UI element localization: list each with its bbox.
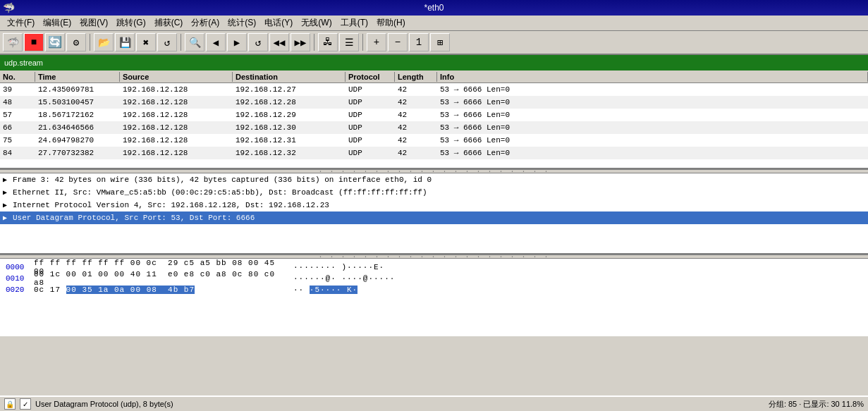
filter-label: udp.stream — [4, 59, 43, 67]
zoom-out-button[interactable]: − — [388, 33, 408, 51]
packet-rows-container: 39 12.435069781 192.168.12.128 192.168.1… — [0, 83, 868, 159]
detail-text: User Datagram Protocol, Src Port: 53, Ds… — [13, 214, 865, 222]
header-destination: Destination — [233, 72, 346, 82]
hex-ascii-0: ········ )·····E· — [293, 263, 384, 271]
detail-row[interactable]: ▶ Frame 3: 42 bytes on wire (336 bits), … — [0, 173, 868, 186]
packet-row[interactable]: 75 24.694798270 192.168.12.128 192.168.1… — [0, 134, 868, 147]
detail-arrow: ▶ — [3, 201, 13, 209]
packet-list-header: No. Time Source Destination Protocol Len… — [0, 70, 868, 83]
hex-bytes-pre: 0c 17 — [34, 286, 66, 294]
packet-list[interactable]: No. Time Source Destination Protocol Len… — [0, 70, 868, 169]
hex-ascii-highlighted: ·5···· K· — [310, 286, 357, 294]
status-text: User Datagram Protocol (udp), 8 byte(s) — [35, 400, 173, 408]
hex-ascii-2: ·· ·5···· K· — [293, 286, 357, 294]
goto-button[interactable]: ↺ — [248, 33, 268, 51]
hex-bytes-highlighted: 00 35 1a 0a 00 08 4b b7 — [66, 286, 195, 294]
packet-detail: ▶ Frame 3: 42 bytes on wire (336 bits), … — [0, 173, 868, 254]
resize-columns-button[interactable]: ⊞ — [430, 33, 450, 51]
status-bar: 🔒 ✓ User Datagram Protocol (udp), 8 byte… — [0, 395, 868, 411]
detail-rows-container: ▶ Frame 3: 42 bytes on wire (336 bits), … — [0, 173, 868, 224]
packet-row[interactable]: 39 12.435069781 192.168.12.128 192.168.1… — [0, 83, 868, 96]
header-length: Length — [395, 72, 437, 82]
reload-button[interactable]: ↺ — [157, 33, 177, 51]
hex-ascii-pre: ·· — [293, 286, 310, 294]
menu-wireless[interactable]: 无线(W) — [297, 16, 336, 30]
find-button[interactable]: 🔍 — [185, 33, 204, 51]
status-icon-lock: 🔒 — [4, 398, 16, 410]
status-icon-check: ✓ — [20, 398, 31, 410]
close-button[interactable]: ✖ — [136, 33, 156, 51]
toolbar: 🦈 ■ 🔄 ⚙ 📂 💾 ✖ ↺ 🔍 ◀ ▶ ↺ ◀◀ ▶▶ 🖧 ☰ + − 1 … — [0, 31, 868, 55]
back-button[interactable]: ◀ — [206, 33, 226, 51]
status-right: 分组: 85 · 已显示: 30 11.8% — [769, 399, 864, 410]
menu-telephony[interactable]: 电话(Y) — [260, 16, 297, 30]
hex-row-0020: 0020 0c 17 00 35 1a 0a 00 08 4b b7 ·· ·5… — [6, 284, 862, 295]
menu-capture[interactable]: 捕获(C) — [150, 16, 188, 30]
toolbar-sep2 — [181, 34, 181, 51]
menu-bar: 文件(F) 编辑(E) 视图(V) 跳转(G) 捕获(C) 分析(A) 统计(S… — [0, 16, 868, 31]
toolbar-sep1 — [90, 34, 90, 51]
hex-offset-1: 0010 — [6, 274, 34, 283]
packet-row[interactable]: 57 18.567172162 192.168.12.128 192.168.1… — [0, 109, 868, 121]
toolbar-sep3 — [314, 34, 314, 51]
hex-offset-0: 0000 — [6, 263, 34, 271]
hex-row-0010: 0010 00 1c 00 01 00 00 40 11 e0 e8 c0 a8… — [6, 273, 862, 284]
title-bar: 🦈 *eth0 — [0, 0, 868, 16]
menu-tools[interactable]: 工具(T) — [336, 16, 372, 30]
hex-bytes-2: 0c 17 00 35 1a 0a 00 08 4b b7 — [34, 286, 288, 294]
status-right-text: 分组: 85 · 已显示: 30 11.8% — [769, 400, 864, 408]
detail-text: Ethernet II, Src: VMware_c5:a5:bb (00:0c… — [13, 188, 865, 197]
detail-text: Internet Protocol Version 4, Src: 192.16… — [13, 201, 865, 209]
detail-text: Frame 3: 42 bytes on wire (336 bits), 42… — [13, 176, 865, 184]
hex-dump-area: 0000 ff ff ff ff ff ff 00 0c 29 c5 a5 bb… — [0, 259, 868, 336]
status-left: 🔒 ✓ User Datagram Protocol (udp), 8 byte… — [4, 398, 173, 410]
first-button[interactable]: ◀◀ — [269, 33, 289, 51]
wireshark-logo: 🦈 — [3, 2, 15, 13]
empty-area — [0, 336, 868, 395]
header-time: Time — [35, 72, 120, 82]
save-button[interactable]: 💾 — [115, 33, 135, 51]
new-capture-button[interactable]: 🦈 — [3, 33, 23, 51]
header-protocol: Protocol — [346, 72, 395, 82]
colorize-button[interactable]: 🖧 — [318, 33, 338, 51]
packet-row[interactable]: 66 21.634646566 192.168.12.128 192.168.1… — [0, 121, 868, 134]
detail-arrow: ▶ — [3, 188, 13, 197]
hex-offset-2: 0020 — [6, 286, 34, 294]
packet-row[interactable]: 84 27.770732382 192.168.12.128 192.168.1… — [0, 147, 868, 159]
last-button[interactable]: ▶▶ — [291, 33, 310, 51]
autoscroll-button[interactable]: ☰ — [339, 33, 359, 51]
detail-row[interactable]: ▶ Internet Protocol Version 4, Src: 192.… — [0, 199, 868, 211]
header-no: No. — [0, 72, 35, 82]
detail-arrow: ▶ — [3, 214, 13, 222]
zoom-in-button[interactable]: + — [367, 33, 386, 51]
detail-arrow: ▶ — [3, 176, 13, 184]
capture-options-button[interactable]: ⚙ — [66, 33, 86, 51]
header-info: Info — [437, 72, 868, 82]
forward-button[interactable]: ▶ — [227, 33, 247, 51]
hex-ascii-1: ······@· ····@····· — [293, 274, 395, 283]
menu-file[interactable]: 文件(F) — [3, 16, 39, 30]
filter-bar: udp.stream — [0, 55, 868, 70]
open-button[interactable]: 📂 — [94, 33, 114, 51]
stop-capture-button[interactable]: ■ — [24, 33, 44, 51]
zoom-100-button[interactable]: 1 — [409, 33, 429, 51]
menu-analyze[interactable]: 分析(A) — [187, 16, 224, 30]
toolbar-sep4 — [362, 34, 363, 51]
restart-capture-button[interactable]: 🔄 — [45, 33, 65, 51]
menu-statistics[interactable]: 统计(S) — [224, 16, 260, 30]
window-title: *eth0 — [424, 3, 444, 13]
menu-go[interactable]: 跳转(G) — [112, 16, 149, 30]
detail-row[interactable]: ▶ Ethernet II, Src: VMware_c5:a5:bb (00:… — [0, 186, 868, 199]
detail-row[interactable]: ▶ User Datagram Protocol, Src Port: 53, … — [0, 211, 868, 224]
menu-edit[interactable]: 编辑(E) — [39, 16, 75, 30]
header-source: Source — [120, 72, 233, 82]
packet-row[interactable]: 48 15.503100457 192.168.12.128 192.168.1… — [0, 96, 868, 109]
menu-view[interactable]: 视图(V) — [75, 16, 112, 30]
menu-help[interactable]: 帮助(H) — [372, 16, 410, 30]
hex-bytes-1: 00 1c 00 01 00 00 40 11 e0 e8 c0 a8 0c 8… — [34, 270, 288, 287]
